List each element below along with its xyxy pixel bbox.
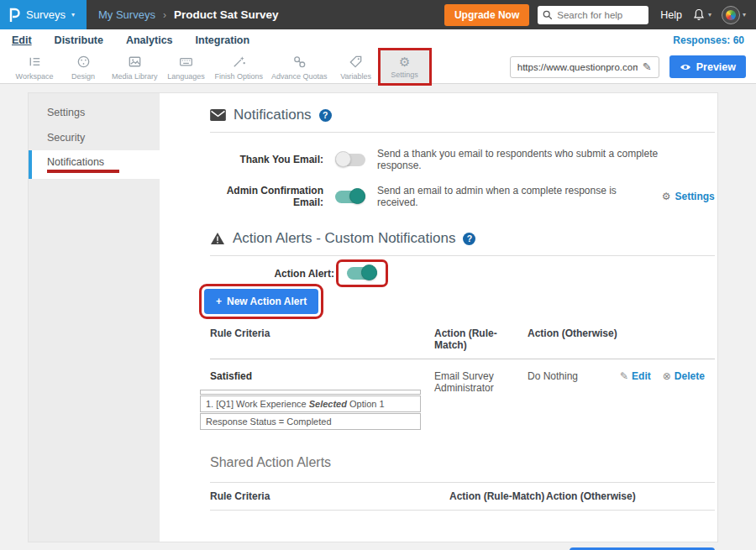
action-match-cell: Email Survey Administrator	[434, 370, 528, 430]
sidebar-item-security[interactable]: Security	[29, 125, 160, 150]
col-rule-criteria: Rule Criteria	[210, 490, 449, 502]
rule1-operator: Selected	[309, 399, 347, 409]
toolbar-workspace[interactable]: Workspace	[10, 50, 59, 83]
col-rule-criteria: Rule Criteria	[210, 327, 434, 351]
notifications-bell-menu[interactable]: ▾	[692, 8, 711, 22]
survey-url-group: ✎ Preview	[510, 50, 746, 83]
action-alert-toggle[interactable]	[347, 267, 377, 280]
image-icon	[127, 54, 143, 70]
rule-box-1: 1. [Q1] Work Experience Selected Option …	[200, 395, 421, 412]
toolbar-variables[interactable]: Variables	[332, 50, 381, 83]
toggle-knob	[335, 151, 351, 167]
rule-condition: Satisfied	[210, 370, 434, 382]
shared-alerts-title: Shared Action Alerts	[210, 455, 715, 470]
admin-confirmation-label: Admin Confirmation Email:	[210, 185, 323, 208]
notifications-panel: Notifications ? Thank You Email: Send a …	[160, 93, 732, 542]
sidebar-item-notifications[interactable]: Notifications	[29, 150, 160, 179]
notifications-title: Notifications	[234, 107, 312, 123]
action-alerts-title: Action Alerts - Custom Notifications	[233, 230, 455, 247]
rule1-suffix: Option 1	[347, 399, 385, 409]
account-menu[interactable]: ▾	[722, 6, 746, 24]
sidebar-item-settings[interactable]: Settings	[29, 100, 160, 125]
survey-url-input[interactable]	[517, 62, 638, 72]
edit-alert-link[interactable]: ✎ Edit	[620, 370, 651, 382]
envelope-icon	[210, 109, 226, 121]
tab-distribute[interactable]: Distribute	[55, 34, 103, 46]
toolbar-design[interactable]: Design	[59, 50, 108, 83]
settings-link-label: Settings	[675, 191, 714, 202]
tab-integration[interactable]: Integration	[196, 34, 250, 46]
plus-icon: +	[216, 296, 222, 307]
shared-alerts-table-header: Rule Criteria Action (Rule-Match) Action…	[210, 482, 715, 511]
toolbar-advance-quotas[interactable]: Advance Quotas	[267, 50, 332, 83]
palette-icon	[76, 54, 92, 70]
toolbar-media-library[interactable]: Media Library	[108, 50, 162, 83]
admin-email-settings-link[interactable]: ⚙ Settings	[662, 191, 715, 202]
surveys-menu[interactable]: Surveys ▾	[0, 0, 87, 29]
toolbar-label: Design	[71, 72, 95, 81]
divider	[210, 132, 715, 133]
help-link[interactable]: Help	[660, 9, 682, 21]
edit-label: Edit	[632, 370, 651, 382]
annotation-box-new-action-alert: + New Action Alert	[199, 284, 323, 319]
toolbar-label: Settings	[391, 71, 418, 79]
responses-count[interactable]: Responses: 60	[673, 34, 744, 46]
toolbar-label: Media Library	[112, 72, 158, 81]
bell-icon	[692, 8, 706, 22]
breadcrumb-my-surveys[interactable]: My Surveys	[98, 8, 155, 21]
workspace-icon	[27, 54, 43, 70]
admin-confirmation-row: Admin Confirmation Email: Send an email …	[210, 185, 715, 208]
breadcrumb: My Surveys › Product Sat Survey	[98, 8, 278, 21]
new-action-alert-button[interactable]: + New Action Alert	[204, 289, 318, 314]
chevron-down-icon: ▾	[708, 11, 711, 18]
toolbar-label: Advance Quotas	[271, 72, 328, 81]
thank-you-email-label: Thank You Email:	[210, 154, 323, 165]
annotation-underline-notifications	[47, 170, 119, 173]
toggle-knob	[361, 265, 377, 280]
toolbar-languages[interactable]: Languages	[162, 50, 211, 83]
thank-you-email-description: Send a thank you email to respondents wh…	[377, 148, 703, 171]
delete-circle-icon: ⊗	[663, 370, 671, 382]
avatar	[722, 6, 740, 24]
row-actions: ✎ Edit ⊗ Delete	[620, 370, 715, 430]
settings-sidebar: Settings Security Notifications	[29, 93, 160, 542]
rule-box-2: Response Status = Completed	[200, 413, 421, 430]
toolbar-finish-options[interactable]: Finish Options	[211, 50, 268, 83]
survey-nav: Edit Distribute Analytics Integration Re…	[0, 29, 756, 50]
toggle-knob	[349, 188, 365, 204]
admin-confirmation-description: Send an email to admin when a complete r…	[377, 185, 650, 208]
toolbar-label: Workspace	[16, 72, 54, 81]
col-actions	[620, 327, 715, 351]
new-action-alert-label: New Action Alert	[227, 296, 307, 307]
tab-edit[interactable]: Edit	[12, 34, 32, 46]
action-alert-table-header: Rule Criteria Action (Rule-Match) Action…	[210, 327, 715, 359]
settings-card: Settings Security Notifications Notifica…	[28, 92, 718, 542]
preview-label: Preview	[696, 61, 736, 73]
preview-button[interactable]: Preview	[669, 55, 746, 78]
rule-criteria-cell: Satisfied 1. [Q1] Work Experience Select…	[210, 370, 434, 430]
toolbar-label: Finish Options	[215, 72, 264, 81]
help-icon[interactable]: ?	[463, 233, 475, 245]
admin-confirmation-toggle[interactable]	[335, 191, 365, 203]
warning-icon	[210, 232, 225, 245]
annotation-box-action-alert-toggle	[336, 259, 388, 287]
upgrade-now-button[interactable]: Upgrade Now	[444, 4, 529, 26]
thank-you-email-toggle[interactable]	[335, 154, 365, 166]
toolbar-label: Variables	[340, 72, 371, 81]
help-icon[interactable]: ?	[319, 109, 332, 122]
help-search-box[interactable]	[538, 6, 648, 24]
divider	[210, 255, 715, 256]
survey-url-box[interactable]: ✎	[510, 56, 659, 78]
edit-toolbar: Workspace Design Media Library	[0, 50, 756, 84]
help-search-input[interactable]	[557, 10, 643, 20]
action-alert-label: Action Alert:	[210, 268, 334, 280]
notifications-heading: Notifications ?	[210, 107, 715, 123]
delete-alert-link[interactable]: ⊗ Delete	[663, 370, 705, 382]
tab-analytics[interactable]: Analytics	[126, 34, 173, 46]
toolbar-settings[interactable]: ⚙ Settings	[381, 50, 429, 83]
chevron-down-icon: ▾	[71, 11, 75, 18]
gear-icon: ⚙	[399, 55, 410, 68]
rule-box-empty	[200, 390, 421, 395]
edit-url-icon[interactable]: ✎	[643, 60, 652, 73]
search-icon	[543, 10, 553, 20]
